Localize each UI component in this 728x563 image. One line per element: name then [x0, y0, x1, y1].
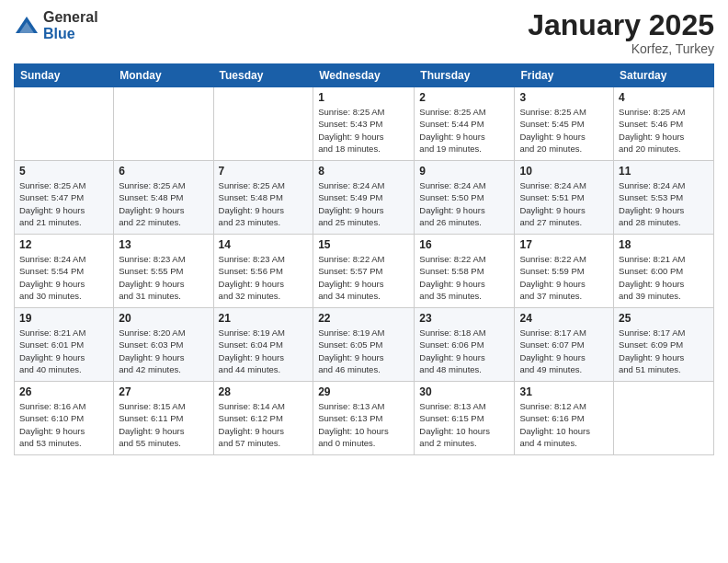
day-info: Sunrise: 8:13 AM Sunset: 6:15 PM Dayligh…: [419, 400, 509, 449]
page-header: General Blue January 2025 Korfez, Turkey: [14, 9, 714, 56]
day-number: 10: [519, 165, 609, 178]
table-row: 13Sunrise: 8:23 AM Sunset: 5:55 PM Dayli…: [114, 235, 213, 308]
table-row: 1Sunrise: 8:25 AM Sunset: 5:43 PM Daylig…: [313, 87, 415, 161]
day-info: Sunrise: 8:24 AM Sunset: 5:51 PM Dayligh…: [519, 179, 609, 228]
header-sunday: Sunday: [15, 64, 114, 87]
day-number: 20: [119, 312, 208, 325]
table-row: 29Sunrise: 8:13 AM Sunset: 6:13 PM Dayli…: [313, 382, 415, 455]
day-info: Sunrise: 8:16 AM Sunset: 6:10 PM Dayligh…: [19, 400, 108, 449]
day-number: 3: [519, 91, 609, 104]
table-row: 19Sunrise: 8:21 AM Sunset: 6:01 PM Dayli…: [15, 308, 114, 382]
title-block: January 2025 Korfez, Turkey: [528, 9, 714, 56]
day-info: Sunrise: 8:25 AM Sunset: 5:47 PM Dayligh…: [19, 179, 108, 228]
table-row: 9Sunrise: 8:24 AM Sunset: 5:50 PM Daylig…: [415, 161, 515, 235]
day-info: Sunrise: 8:19 AM Sunset: 6:05 PM Dayligh…: [318, 327, 409, 375]
header-friday: Friday: [515, 64, 614, 87]
day-number: 25: [619, 312, 709, 325]
day-info: Sunrise: 8:25 AM Sunset: 5:43 PM Dayligh…: [318, 106, 409, 155]
day-number: 16: [419, 238, 509, 251]
calendar-title: January 2025: [528, 9, 714, 41]
calendar-week-row: 26Sunrise: 8:16 AM Sunset: 6:10 PM Dayli…: [15, 382, 714, 455]
table-row: [213, 87, 313, 161]
calendar-week-row: 1Sunrise: 8:25 AM Sunset: 5:43 PM Daylig…: [15, 87, 714, 161]
day-number: 21: [219, 312, 309, 325]
day-number: 15: [318, 238, 409, 251]
day-info: Sunrise: 8:13 AM Sunset: 6:13 PM Dayligh…: [318, 400, 409, 449]
day-number: 4: [619, 91, 709, 104]
table-row: 12Sunrise: 8:24 AM Sunset: 5:54 PM Dayli…: [15, 235, 114, 308]
day-info: Sunrise: 8:24 AM Sunset: 5:49 PM Dayligh…: [318, 179, 409, 228]
table-row: 20Sunrise: 8:20 AM Sunset: 6:03 PM Dayli…: [114, 308, 213, 382]
table-row: 16Sunrise: 8:22 AM Sunset: 5:58 PM Dayli…: [415, 235, 515, 308]
calendar-location: Korfez, Turkey: [528, 41, 714, 56]
calendar-table: Sunday Monday Tuesday Wednesday Thursday…: [14, 63, 714, 455]
day-info: Sunrise: 8:25 AM Sunset: 5:44 PM Dayligh…: [419, 106, 509, 155]
day-number: 5: [19, 165, 108, 178]
header-wednesday: Wednesday: [313, 64, 415, 87]
day-info: Sunrise: 8:25 AM Sunset: 5:45 PM Dayligh…: [519, 106, 609, 155]
day-number: 30: [419, 385, 509, 398]
table-row: 22Sunrise: 8:19 AM Sunset: 6:05 PM Dayli…: [313, 308, 415, 382]
day-number: 22: [318, 312, 409, 325]
header-monday: Monday: [114, 64, 213, 87]
table-row: 14Sunrise: 8:23 AM Sunset: 5:56 PM Dayli…: [213, 235, 313, 308]
table-row: 21Sunrise: 8:19 AM Sunset: 6:04 PM Dayli…: [213, 308, 313, 382]
table-row: 26Sunrise: 8:16 AM Sunset: 6:10 PM Dayli…: [15, 382, 114, 455]
day-number: 9: [419, 165, 509, 178]
logo-blue: Blue: [43, 26, 98, 42]
day-info: Sunrise: 8:24 AM Sunset: 5:54 PM Dayligh…: [19, 253, 108, 302]
day-number: 17: [519, 238, 609, 251]
day-number: 26: [19, 385, 108, 398]
day-info: Sunrise: 8:25 AM Sunset: 5:48 PM Dayligh…: [219, 179, 309, 228]
header-tuesday: Tuesday: [213, 64, 313, 87]
logo-icon: [14, 13, 40, 39]
day-number: 19: [19, 312, 108, 325]
day-number: 6: [119, 165, 208, 178]
day-number: 13: [119, 238, 208, 251]
day-number: 14: [219, 238, 309, 251]
weekday-header-row: Sunday Monday Tuesday Wednesday Thursday…: [15, 64, 714, 87]
table-row: 25Sunrise: 8:17 AM Sunset: 6:09 PM Dayli…: [614, 308, 714, 382]
logo-general: General: [43, 9, 98, 26]
day-info: Sunrise: 8:24 AM Sunset: 5:50 PM Dayligh…: [419, 179, 509, 228]
logo: General Blue: [14, 9, 98, 41]
day-info: Sunrise: 8:15 AM Sunset: 6:11 PM Dayligh…: [119, 400, 208, 449]
day-number: 29: [318, 385, 409, 398]
day-info: Sunrise: 8:17 AM Sunset: 6:09 PM Dayligh…: [619, 327, 709, 375]
table-row: 11Sunrise: 8:24 AM Sunset: 5:53 PM Dayli…: [614, 161, 714, 235]
day-number: 1: [318, 91, 409, 104]
day-info: Sunrise: 8:23 AM Sunset: 5:56 PM Dayligh…: [219, 253, 309, 302]
day-info: Sunrise: 8:22 AM Sunset: 5:58 PM Dayligh…: [419, 253, 509, 302]
table-row: 10Sunrise: 8:24 AM Sunset: 5:51 PM Dayli…: [515, 161, 614, 235]
table-row: 30Sunrise: 8:13 AM Sunset: 6:15 PM Dayli…: [415, 382, 515, 455]
table-row: 17Sunrise: 8:22 AM Sunset: 5:59 PM Dayli…: [515, 235, 614, 308]
day-number: 7: [219, 165, 309, 178]
table-row: 3Sunrise: 8:25 AM Sunset: 5:45 PM Daylig…: [515, 87, 614, 161]
table-row: 2Sunrise: 8:25 AM Sunset: 5:44 PM Daylig…: [415, 87, 515, 161]
day-number: 11: [619, 165, 709, 178]
table-row: 8Sunrise: 8:24 AM Sunset: 5:49 PM Daylig…: [313, 161, 415, 235]
calendar-page: General Blue January 2025 Korfez, Turkey…: [0, 0, 728, 563]
day-number: 27: [119, 385, 208, 398]
day-info: Sunrise: 8:25 AM Sunset: 5:48 PM Dayligh…: [119, 179, 208, 228]
day-info: Sunrise: 8:22 AM Sunset: 5:57 PM Dayligh…: [318, 253, 409, 302]
day-info: Sunrise: 8:21 AM Sunset: 6:01 PM Dayligh…: [19, 327, 108, 375]
table-row: 7Sunrise: 8:25 AM Sunset: 5:48 PM Daylig…: [213, 161, 313, 235]
table-row: [114, 87, 213, 161]
day-info: Sunrise: 8:18 AM Sunset: 6:06 PM Dayligh…: [419, 327, 509, 375]
day-info: Sunrise: 8:14 AM Sunset: 6:12 PM Dayligh…: [219, 400, 309, 449]
day-info: Sunrise: 8:12 AM Sunset: 6:16 PM Dayligh…: [519, 400, 609, 449]
day-number: 31: [519, 385, 609, 398]
table-row: 18Sunrise: 8:21 AM Sunset: 6:00 PM Dayli…: [614, 235, 714, 308]
day-info: Sunrise: 8:19 AM Sunset: 6:04 PM Dayligh…: [219, 327, 309, 375]
calendar-week-row: 5Sunrise: 8:25 AM Sunset: 5:47 PM Daylig…: [15, 161, 714, 235]
day-info: Sunrise: 8:23 AM Sunset: 5:55 PM Dayligh…: [119, 253, 208, 302]
table-row: 24Sunrise: 8:17 AM Sunset: 6:07 PM Dayli…: [515, 308, 614, 382]
day-info: Sunrise: 8:22 AM Sunset: 5:59 PM Dayligh…: [519, 253, 609, 302]
logo-text: General Blue: [43, 9, 98, 41]
table-row: 5Sunrise: 8:25 AM Sunset: 5:47 PM Daylig…: [15, 161, 114, 235]
table-row: 6Sunrise: 8:25 AM Sunset: 5:48 PM Daylig…: [114, 161, 213, 235]
day-number: 24: [519, 312, 609, 325]
table-row: [15, 87, 114, 161]
calendar-week-row: 12Sunrise: 8:24 AM Sunset: 5:54 PM Dayli…: [15, 235, 714, 308]
